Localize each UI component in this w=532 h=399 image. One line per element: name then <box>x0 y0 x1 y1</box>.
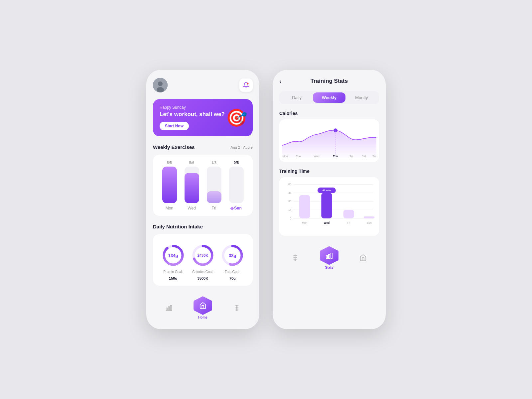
day-label-sun: Sun <box>226 206 246 210</box>
settings-icon <box>229 301 244 315</box>
bar-top-sun: 0/5 <box>234 161 239 165</box>
rnav-stats[interactable]: Stats <box>320 246 338 269</box>
rnav-settings[interactable] <box>288 250 303 265</box>
bar-top-fri: 1/3 <box>211 161 216 165</box>
nutrition-card: 134g Protein Goal: 150g <box>153 234 253 286</box>
bar-sun <box>364 216 374 218</box>
svg-text:Sat: Sat <box>362 155 366 158</box>
svg-text:Sun: Sun <box>372 155 376 158</box>
bar-wrap-fri <box>207 167 221 203</box>
svg-text:30: 30 <box>288 200 292 203</box>
bar-fill-fri <box>207 191 221 203</box>
calories-item: 2430K Calories Goal: 3500K <box>191 243 215 280</box>
bar-wed-active <box>321 193 332 218</box>
bar-col-fri: 1/3 <box>204 161 224 203</box>
calories-chart: Mon Tue Wed Thu Fri Sat Sun <box>279 119 379 162</box>
calories-value: 2430K <box>198 253 208 257</box>
tab-monthly[interactable]: Montly <box>345 92 378 103</box>
tab-weekly[interactable]: Weekly <box>313 92 345 103</box>
svg-rect-49 <box>326 256 328 259</box>
protein-ring: 134g <box>161 243 185 267</box>
fats-item: 38g Fats Goal: 70g <box>220 243 244 280</box>
bar-top-mon: 5/5 <box>167 161 172 165</box>
right-bottom-nav: Stats <box>279 242 379 271</box>
svg-text:45: 45 <box>288 191 292 195</box>
nutrition-header: Daily Nutrition Intake <box>153 224 253 229</box>
svg-rect-50 <box>329 254 330 259</box>
protein-goal-label: Protein Goal: <box>163 270 183 274</box>
day-label-mon: Mon <box>160 206 180 210</box>
svg-text:60: 60 <box>288 183 292 186</box>
bar-col-sun: 0/5 <box>226 161 246 203</box>
calories-line-svg: Mon Tue Wed Thu Fri Sat Sun <box>282 123 376 158</box>
protein-item: 134g Protein Goal: 150g <box>161 243 185 280</box>
bottom-nav: Home <box>153 294 253 321</box>
training-chart-label: Training Time <box>279 169 379 174</box>
header-row <box>153 78 253 92</box>
right-phone: ‹ Training Stats Daily Weekly Montly Cal… <box>273 70 386 329</box>
svg-text:0: 0 <box>290 217 292 220</box>
fats-goal-label: Fats Goal: <box>225 270 240 274</box>
protein-goal-value: 150g <box>169 276 177 280</box>
fats-value: 38g <box>229 253 236 258</box>
svg-text:Mon: Mon <box>302 221 308 224</box>
weekly-bars-card: 5/5 5/6 1/3 0/5 <box>153 155 253 216</box>
training-bar-svg: 60 45 30 15 0 42 min Mon <box>282 181 376 231</box>
nav-stats[interactable] <box>162 301 176 315</box>
svg-point-2 <box>157 87 164 92</box>
bar-fill-wed <box>185 173 199 203</box>
bar-top-wed: 5/6 <box>189 161 194 165</box>
calories-ring: 2430K <box>191 243 215 267</box>
svg-text:Wed: Wed <box>324 221 330 224</box>
svg-rect-12 <box>171 305 172 311</box>
page-title: Training Stats <box>311 78 348 84</box>
svg-text:Sun: Sun <box>367 221 372 224</box>
svg-text:Mon: Mon <box>282 155 288 158</box>
start-now-button[interactable]: Start Now <box>160 122 189 130</box>
workout-banner: Happy Sunday Let's workout, shall we? St… <box>153 99 253 136</box>
top-bar: ‹ Training Stats <box>279 78 379 84</box>
notification-button[interactable] <box>239 78 253 92</box>
svg-rect-10 <box>166 308 168 311</box>
avatar <box>153 78 168 92</box>
svg-text:Thu: Thu <box>333 155 338 158</box>
rnav-stats-icon <box>320 246 338 265</box>
nav-settings[interactable] <box>229 301 244 315</box>
svg-text:15: 15 <box>288 208 292 211</box>
weekly-title: Weekly Exercises <box>153 144 195 150</box>
bar-fill-mon <box>162 167 177 203</box>
tabs-row: Daily Weekly Montly <box>279 91 379 104</box>
left-phone: Happy Sunday Let's workout, shall we? St… <box>146 70 259 329</box>
calories-section: Calories Mon Tue <box>279 111 379 162</box>
protein-value: 134g <box>168 253 178 258</box>
svg-rect-51 <box>331 253 332 259</box>
svg-text:Fri: Fri <box>347 221 350 224</box>
svg-text:Wed: Wed <box>314 155 320 158</box>
day-label-wed: Wed <box>182 206 202 210</box>
training-bar-chart: 60 45 30 15 0 42 min Mon <box>279 177 379 235</box>
home-icon <box>194 296 212 315</box>
target-icon: 🎯 <box>226 108 247 128</box>
nutrition-row: 134g Protein Goal: 150g <box>158 243 247 280</box>
svg-text:Fri: Fri <box>349 155 353 158</box>
rnav-home[interactable] <box>356 250 370 265</box>
calories-goal-label: Calories Goal: <box>192 270 213 274</box>
bar-wrap-mon <box>162 167 177 203</box>
nav-home[interactable]: Home <box>194 296 212 319</box>
diamond-icon <box>230 206 234 210</box>
back-button[interactable]: ‹ <box>279 77 282 85</box>
bar-col-mon: 5/5 <box>160 161 180 203</box>
bar-col-wed: 5/6 <box>182 161 202 203</box>
rnav-settings-icon <box>288 250 303 265</box>
tab-daily[interactable]: Daily <box>281 92 313 103</box>
weekly-exercises-header: Weekly Exercises Aug 2 - Aug 9 <box>153 144 253 150</box>
date-range: Aug 2 - Aug 9 <box>230 145 253 149</box>
svg-point-1 <box>158 81 163 86</box>
fats-goal-value: 70g <box>229 276 236 280</box>
bars-row: 5/5 5/6 1/3 0/5 <box>158 160 247 203</box>
svg-text:Tue: Tue <box>296 155 301 158</box>
bars-labels-row: Mon Wed Fri Sun <box>158 206 247 210</box>
bar-wrap-sun <box>229 167 244 203</box>
nav-home-label: Home <box>198 316 207 319</box>
day-label-fri: Fri <box>204 206 224 210</box>
